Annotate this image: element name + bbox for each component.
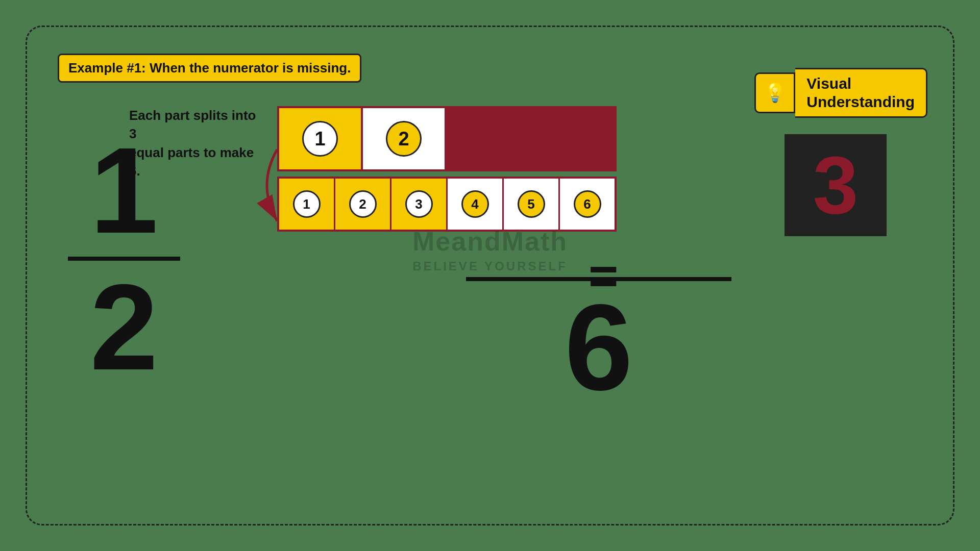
bottom-box-3: 3 — [391, 179, 446, 230]
visual-line2: Understanding — [806, 93, 915, 110]
top-circle-1: 1 — [302, 121, 338, 157]
top-box-1: 1 — [279, 108, 361, 169]
lightbulb-icon: 💡 — [764, 82, 787, 104]
left-denominator: 2 — [90, 266, 158, 388]
visual-line1: Visual — [806, 75, 851, 92]
top-box-2: 2 — [363, 108, 445, 169]
bottom-circle-2: 2 — [349, 190, 377, 218]
bottom-circle-1: 1 — [293, 190, 321, 218]
example-label-text: Example #1: When the numerator is missin… — [68, 60, 351, 76]
visual-understanding-badge: 💡 Visual Understanding — [754, 68, 927, 118]
example-label: Example #1: When the numerator is missin… — [58, 54, 361, 83]
top-circle-2: 2 — [386, 121, 422, 157]
watermark-sub-text: BELIEVE YOURSELF — [412, 259, 568, 273]
visual-text-box: Visual Understanding — [795, 68, 927, 118]
watermark-text: MeandMath — [412, 226, 568, 257]
left-fraction: 1 2 — [68, 129, 180, 388]
bottom-box-2: 2 — [335, 179, 390, 230]
answer-box: 3 — [785, 134, 887, 236]
visual-icon-box: 💡 — [754, 72, 795, 113]
answer-number: 3 — [813, 144, 859, 226]
right-denominator: 6 — [565, 286, 632, 409]
bottom-circle-3: 3 — [405, 190, 433, 218]
main-card: Example #1: When the numerator is missin… — [26, 26, 954, 525]
bottom-box-1: 1 — [279, 179, 334, 230]
left-numerator: 1 — [90, 129, 158, 252]
